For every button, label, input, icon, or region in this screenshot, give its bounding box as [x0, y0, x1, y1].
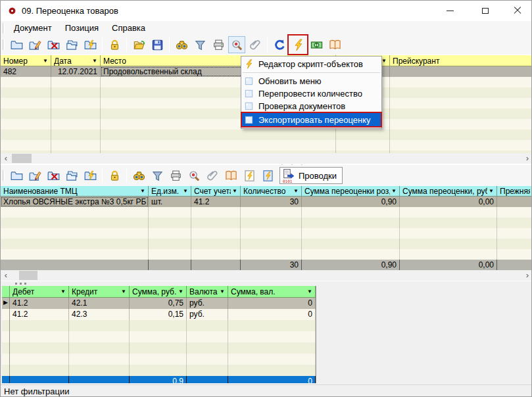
attachments-button[interactable] [204, 167, 221, 184]
lock-button[interactable] [106, 167, 123, 184]
filter-dropdown-icon[interactable]: ▼ [43, 58, 48, 64]
postings-toggle-button[interactable]: 0101 Проводки [279, 167, 343, 184]
table-cell[interactable]: 42.1 [69, 298, 130, 309]
filter-dropdown-icon[interactable]: ▼ [121, 289, 126, 294]
refresh-button[interactable] [271, 36, 288, 53]
copy-document-button[interactable] [63, 36, 80, 53]
table-cell[interactable]: 0,75 [130, 298, 187, 309]
table-cell[interactable]: руб. [187, 298, 228, 309]
close-button[interactable] [502, 1, 532, 20]
delete-document-button[interactable] [45, 36, 62, 53]
table-cell[interactable]: 41.2 [10, 298, 69, 309]
table-cell[interactable]: 0,00 [400, 197, 497, 207]
items-hscrollbar[interactable]: ‹ › [1, 270, 532, 281]
table-cell[interactable]: 41.2 [10, 309, 69, 320]
filter-dropdown-icon[interactable]: ▼ [183, 189, 188, 194]
column-header-2[interactable]: Счет учета▼ [191, 186, 241, 197]
scroll-thumb[interactable] [19, 271, 37, 280]
recalc-document-button[interactable] [241, 167, 258, 184]
scroll-right-icon[interactable]: › [522, 270, 532, 281]
table-cell[interactable]: 0,15 [130, 309, 187, 320]
table-cell[interactable]: 41.2 [191, 197, 241, 207]
table-cell[interactable]: шт. [149, 197, 191, 207]
table-cell[interactable]: 42.3 [69, 309, 130, 320]
open-button[interactable] [130, 36, 147, 53]
search-button[interactable] [130, 167, 147, 184]
print-button[interactable] [167, 167, 184, 184]
table-row[interactable]: 41.242.30,15руб.0 [2, 309, 316, 320]
column-header-1[interactable]: Дата▼ [51, 55, 101, 66]
menu-item-check-documents[interactable]: Проверка документов [241, 100, 381, 112]
table-row[interactable]: ▶41.242.10,75руб.0 [2, 298, 316, 309]
menubar-item-1[interactable]: Позиция [59, 22, 105, 34]
column-header-4[interactable]: Прейскурант [390, 55, 532, 66]
delete-posting-button[interactable] [45, 167, 62, 184]
table-cell[interactable]: 30 [241, 197, 302, 207]
attachments-button[interactable] [247, 36, 264, 53]
print-button[interactable] [210, 36, 227, 53]
table-cell[interactable]: 0 [228, 309, 316, 320]
documents-hscrollbar[interactable]: ‹ › [1, 153, 532, 164]
preview-button[interactable] [185, 167, 203, 184]
filter-dropdown-icon[interactable]: ▼ [178, 289, 183, 294]
reference-book-button[interactable] [326, 36, 343, 53]
table-cell[interactable]: 482 [1, 66, 51, 77]
filter-dropdown-icon[interactable]: ▼ [293, 189, 299, 194]
payments-button[interactable] [308, 36, 325, 53]
minimize-button[interactable] [435, 1, 465, 20]
recalc-form-button[interactable] [259, 167, 276, 184]
reference-book-button[interactable] [222, 167, 239, 184]
script-editor-button[interactable] [289, 36, 306, 53]
scroll-right-icon[interactable]: › [522, 153, 532, 164]
column-header-3[interactable]: Количество▼ [241, 186, 302, 197]
scroll-left-icon[interactable]: ‹ [1, 153, 11, 164]
menu-item-refresh-menu[interactable]: Обновить меню [241, 75, 381, 87]
toolbar-grip[interactable] [3, 39, 5, 50]
filter-dropdown-icon[interactable]: ▼ [489, 189, 494, 194]
column-header-5[interactable]: Сумма переоценки, руб.▼ [400, 186, 497, 197]
document-script-button[interactable] [82, 36, 99, 53]
scroll-left-icon[interactable]: ‹ [1, 270, 11, 281]
column-header-0[interactable]: Наименование ТМЦ▼ [1, 186, 149, 197]
table-row[interactable]: Хлопья ОВСЯНЫЕ экстра №3 0,5кг РБшт.41.2… [1, 197, 532, 207]
posting-script-button[interactable] [82, 167, 99, 184]
column-header-4[interactable]: Сумма переоценки роз, ру▼ [302, 186, 400, 197]
title-bar[interactable]: 09. Переоценка товаров [1, 1, 532, 21]
filter-dropdown-icon[interactable]: ▼ [60, 289, 66, 294]
menubar-item-2[interactable]: Справка [105, 22, 152, 34]
column-header-2[interactable]: Сумма, руб.▼ [130, 286, 187, 298]
column-header-0[interactable]: Дебет▼ [10, 286, 69, 298]
edit-document-button[interactable] [26, 36, 43, 53]
column-header-6[interactable]: Прежняя ц [497, 186, 532, 197]
table-cell[interactable]: руб. [187, 309, 228, 320]
table-cell[interactable]: 0,90 [302, 197, 400, 207]
menu-item-export-revaluation[interactable]: Экспортировать переоценку [241, 112, 381, 127]
row-selector[interactable]: ▶ [2, 298, 10, 309]
scroll-thumb[interactable] [12, 154, 32, 163]
table-cell[interactable] [497, 197, 532, 207]
table-cell[interactable]: 12.07.2021 [51, 66, 101, 77]
filter-button[interactable] [149, 167, 166, 184]
column-header-4[interactable]: Сумма, вал.▼ [228, 286, 316, 298]
panel-splitter[interactable] [15, 283, 26, 285]
table-cell[interactable] [390, 66, 532, 77]
save-button[interactable] [149, 36, 166, 53]
preview-button[interactable] [228, 36, 245, 53]
table-cell[interactable]: 0 [228, 298, 316, 309]
menubar-grip[interactable] [3, 23, 5, 34]
filter-dropdown-icon[interactable]: ▼ [92, 58, 97, 64]
filter-dropdown-icon[interactable]: ▼ [140, 189, 145, 194]
column-header-1[interactable]: Кредит▼ [69, 286, 130, 298]
edit-posting-button[interactable] [26, 167, 43, 184]
create-document-button[interactable] [8, 36, 25, 53]
menu-item-repost-quantity[interactable]: Перепровести количество [241, 87, 381, 100]
filter-dropdown-icon[interactable]: ▼ [220, 289, 225, 294]
lock-button[interactable] [106, 36, 123, 53]
filter-dropdown-icon[interactable]: ▼ [232, 189, 237, 194]
menu-item-script-editor[interactable]: Редактор скрипт-объектов [241, 58, 381, 70]
column-header-3[interactable]: Валюта▼ [187, 286, 228, 298]
filter-button[interactable] [191, 36, 208, 53]
maximize-button[interactable] [470, 1, 500, 20]
menubar-item-0[interactable]: Документ [7, 22, 59, 34]
column-header-0[interactable]: Номер▼ [1, 55, 51, 66]
